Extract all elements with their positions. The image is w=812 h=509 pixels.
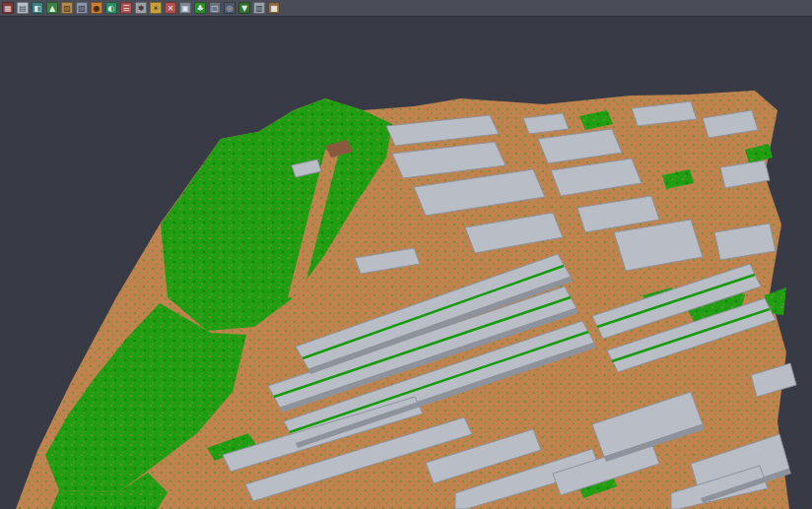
frame-icon[interactable]: ▣ (179, 2, 191, 14)
classified-pointcloud-scene (0, 0, 812, 509)
globe-icon[interactable]: ◐ (105, 2, 117, 14)
map-layer-icon[interactable]: ▤ (17, 2, 29, 14)
panel-icon[interactable]: ▢ (209, 2, 221, 14)
close-tool-icon[interactable]: ✕ (165, 2, 176, 14)
point-icon[interactable]: ● (91, 2, 102, 14)
export-icon[interactable]: ■ (268, 2, 280, 14)
dem-icon[interactable]: ▨ (61, 2, 73, 14)
application-window: ▦▤◧▲▨▧●◐☰✱☀✕▣♣▢◎▼▥■ (0, 0, 812, 509)
sphere-icon[interactable]: ◎ (224, 2, 236, 14)
main-toolbar: ▦▤◧▲▨▧●◐☰✱☀✕▣♣▢◎▼▥■ (0, 0, 812, 17)
list-icon[interactable]: ☰ (120, 2, 132, 14)
filter-icon[interactable]: ▼ (238, 2, 250, 14)
table-icon[interactable]: ▥ (253, 2, 265, 14)
terrain-icon[interactable]: ▲ (46, 2, 58, 14)
mesh-icon[interactable]: ▧ (76, 2, 88, 14)
grid-tool-icon[interactable]: ▦ (2, 2, 14, 14)
crop-region-icon[interactable]: ◧ (32, 2, 43, 14)
settings-icon[interactable]: ✱ (135, 2, 147, 14)
light-icon[interactable]: ☀ (150, 2, 162, 14)
vegetation-icon[interactable]: ♣ (194, 2, 206, 14)
viewport-3d[interactable] (0, 0, 812, 509)
